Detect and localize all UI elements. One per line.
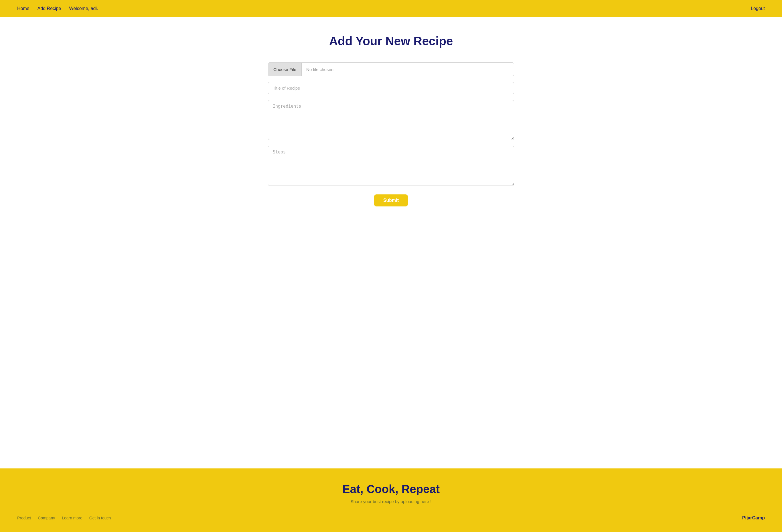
submit-button[interactable]: Submit: [374, 194, 408, 207]
footer-link-learn-more[interactable]: Learn more: [62, 516, 82, 520]
footer-link-product[interactable]: Product: [17, 516, 31, 520]
logout-button[interactable]: Logout: [751, 6, 765, 11]
navbar: Home Add Recipe Welcome, adi. Logout: [0, 0, 782, 17]
steps-textarea[interactable]: [268, 146, 514, 186]
footer-subtitle: Share your best recipe by uploading here…: [351, 499, 432, 504]
nav-add-recipe-link[interactable]: Add Recipe: [37, 6, 61, 11]
ingredients-textarea[interactable]: [268, 100, 514, 140]
navbar-left: Home Add Recipe Welcome, adi.: [17, 6, 98, 11]
recipe-form: Choose File No file chosen Submit: [268, 62, 514, 207]
footer-brand: PijarCamp: [742, 516, 765, 521]
footer: Eat, Cook, Repeat Share your best recipe…: [0, 468, 782, 532]
footer-bottom: Product Company Learn more Get in touch …: [17, 516, 765, 521]
choose-file-button[interactable]: Choose File: [268, 63, 302, 76]
footer-link-company[interactable]: Company: [38, 516, 55, 520]
title-input[interactable]: [268, 82, 514, 94]
file-input-wrapper: Choose File No file chosen: [268, 62, 514, 76]
footer-link-get-in-touch[interactable]: Get in touch: [89, 516, 111, 520]
footer-title: Eat, Cook, Repeat: [342, 483, 440, 496]
page-title: Add Your New Recipe: [329, 34, 453, 48]
file-name-label: No file chosen: [302, 67, 338, 72]
nav-home-link[interactable]: Home: [17, 6, 30, 11]
nav-welcome-text: Welcome, adi.: [69, 6, 98, 11]
main-content: Add Your New Recipe Choose File No file …: [0, 17, 782, 468]
footer-links: Product Company Learn more Get in touch: [17, 516, 111, 520]
